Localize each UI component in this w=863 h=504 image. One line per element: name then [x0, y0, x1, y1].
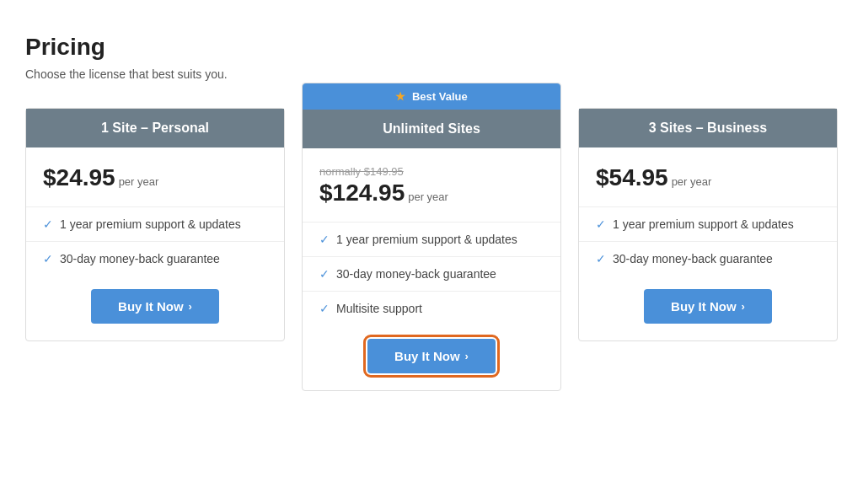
original-price: normally $149.95	[319, 165, 544, 178]
pricing-card-unlimited: ★ Best Value Unlimited Sites normally $1…	[302, 83, 561, 391]
best-value-banner: ★ Best Value	[303, 83, 560, 110]
page-title: Pricing	[25, 34, 838, 61]
best-value-label: Best Value	[412, 90, 468, 103]
pricing-card-business: 3 Sites – Business $54.95 per year ✓ 1 y…	[578, 108, 838, 341]
check-icon: ✓	[596, 217, 606, 231]
price-row: $124.95 per year	[319, 180, 544, 206]
star-icon: ★	[395, 90, 405, 103]
feature-list: ✓ 1 year premium support & updates ✓ 30-…	[26, 207, 284, 276]
pricing-card-personal: 1 Site – Personal $24.95 per year ✓ 1 ye…	[25, 108, 285, 341]
check-icon: ✓	[319, 267, 330, 281]
feature-item: ✓ 1 year premium support & updates	[26, 207, 284, 242]
buy-button-label: Buy It Now	[394, 349, 460, 363]
feature-list: ✓ 1 year premium support & updates ✓ 30-…	[303, 223, 560, 325]
card-price: $24.95 per year	[26, 147, 284, 207]
buy-button-label: Buy It Now	[118, 299, 184, 314]
card-price: $54.95 per year	[579, 147, 837, 207]
feature-text: 30-day money-back guarantee	[60, 252, 220, 265]
card-header: 3 Sites – Business	[579, 109, 837, 147]
card-footer: Buy It Now ›	[26, 276, 284, 340]
feature-list: ✓ 1 year premium support & updates ✓ 30-…	[579, 207, 837, 276]
pricing-grid: 1 Site – Personal $24.95 per year ✓ 1 ye…	[25, 108, 838, 391]
buy-button-personal[interactable]: Buy It Now ›	[91, 289, 219, 324]
feature-item: ✓ 1 year premium support & updates	[303, 223, 560, 257]
price-row: $54.95 per year	[596, 164, 820, 191]
price-amount: $124.95	[319, 180, 405, 206]
feature-item: ✓ 30-day money-back guarantee	[26, 242, 284, 276]
check-icon: ✓	[319, 302, 330, 315]
check-icon: ✓	[596, 252, 606, 265]
price-amount: $54.95	[596, 164, 668, 191]
card-price: normally $149.95 $124.95 per year	[303, 148, 560, 223]
feature-item: ✓ 30-day money-back guarantee	[579, 242, 837, 276]
feature-item: ✓ 1 year premium support & updates	[579, 207, 837, 242]
feature-item: ✓ 30-day money-back guarantee	[303, 257, 560, 292]
price-period: per year	[119, 175, 159, 188]
chevron-right-icon: ›	[189, 300, 192, 313]
feature-item: ✓ Multisite support	[303, 292, 560, 325]
feature-text: 1 year premium support & updates	[60, 217, 241, 231]
buy-button-label: Buy It Now	[671, 299, 737, 314]
buy-button-business[interactable]: Buy It Now ›	[644, 289, 772, 324]
check-icon: ✓	[43, 252, 53, 265]
card-footer: Buy It Now ›	[303, 325, 560, 390]
card-header: Unlimited Sites	[303, 110, 560, 148]
feature-text: Multisite support	[336, 302, 422, 315]
chevron-right-icon: ›	[465, 350, 469, 362]
price-period: per year	[408, 190, 448, 203]
feature-text: 30-day money-back guarantee	[336, 267, 496, 281]
check-icon: ✓	[43, 217, 53, 231]
buy-button-unlimited[interactable]: Buy It Now ›	[367, 339, 496, 373]
card-header: 1 Site – Personal	[26, 109, 284, 147]
chevron-right-icon: ›	[742, 300, 745, 313]
card-footer: Buy It Now ›	[579, 276, 837, 340]
page-subtitle: Choose the license that best suits you.	[25, 67, 838, 81]
check-icon: ✓	[319, 233, 330, 246]
price-row: $24.95 per year	[43, 164, 267, 191]
price-amount: $24.95	[43, 164, 115, 191]
feature-text: 1 year premium support & updates	[613, 217, 794, 231]
feature-text: 1 year premium support & updates	[336, 233, 517, 246]
feature-text: 30-day money-back guarantee	[613, 252, 773, 265]
price-period: per year	[672, 175, 712, 188]
